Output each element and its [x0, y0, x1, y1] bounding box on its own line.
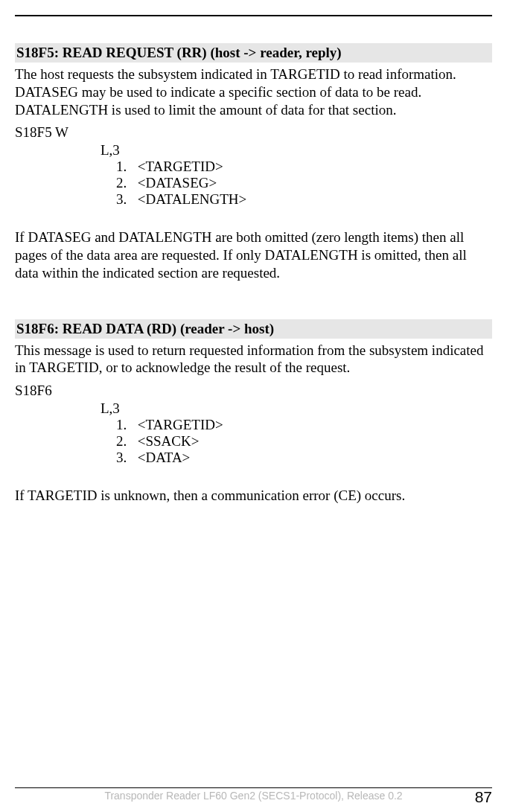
section-heading-s18f6: S18F6: READ DATA (RD) (reader -> host) [15, 319, 492, 339]
list-item: 2. <DATASEG> [116, 175, 492, 191]
section2-list-header: L,3 [101, 400, 492, 417]
list-item-number: 1. [116, 417, 134, 433]
section1-para1: The host requests the subsystem indicate… [15, 65, 492, 118]
list-item-label: <TARGETID> [138, 159, 223, 174]
list-item: 1. <TARGETID> [116, 159, 492, 175]
page-number: 87 [475, 788, 492, 806]
section2-para2: If TARGETID is unknown, then a communica… [15, 487, 492, 505]
section1-list: 1. <TARGETID> 2. <DATASEG> 3. <DATALENGT… [15, 159, 492, 208]
list-item-label: <DATASEG> [138, 175, 217, 191]
list-item: 1. <TARGETID> [116, 417, 492, 433]
list-item-label: <DATA> [138, 450, 191, 465]
list-item: 3. <DATA> [116, 450, 492, 466]
list-item: 3. <DATALENGTH> [116, 191, 492, 208]
list-item-label: <DATALENGTH> [138, 191, 247, 207]
list-item-number: 1. [116, 159, 134, 175]
footer-text: Transponder Reader LF60 Gen2 (SECS1-Prot… [15, 790, 492, 802]
page-footer: Transponder Reader LF60 Gen2 (SECS1-Prot… [15, 787, 492, 802]
section2-para1: This message is used to return requested… [15, 342, 492, 377]
list-item-label: <TARGETID> [138, 417, 223, 432]
list-item-number: 2. [116, 433, 134, 450]
list-item-number: 3. [116, 450, 134, 466]
list-item: 2. <SSACK> [116, 433, 492, 450]
list-item-number: 2. [116, 175, 134, 191]
list-item-label: <SSACK> [138, 433, 200, 449]
section-heading-s18f5: S18F5: READ REQUEST (RR) (host -> reader… [15, 43, 492, 63]
section1-list-header: L,3 [101, 142, 492, 159]
section1-para2: If DATASEG and DATALENGTH are both omitt… [15, 228, 492, 281]
section2-list: 1. <TARGETID> 2. <SSACK> 3. <DATA> [15, 417, 492, 466]
list-item-number: 3. [116, 191, 134, 208]
section2-msg-code: S18F6 [15, 383, 492, 399]
section1-msg-code: S18F5 W [15, 124, 492, 141]
bottom-rule [15, 787, 492, 788]
top-rule [15, 15, 492, 16]
